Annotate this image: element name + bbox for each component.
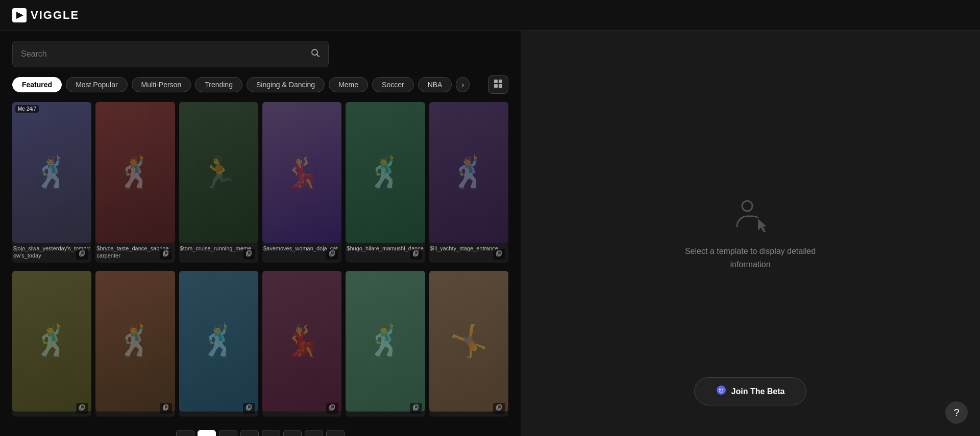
svg-rect-5: [499, 80, 502, 83]
video-card-12[interactable]: 🤸: [429, 271, 508, 417]
video-thumb-7: 🕺: [12, 271, 91, 412]
copy-icon-12: [493, 403, 505, 414]
video-card-5[interactable]: 🕺 $hugo_hilare_mamushi_dance: [346, 102, 425, 263]
video-thumb-8: 🕺: [95, 271, 175, 412]
figure-silhouette-12: 🤸: [450, 323, 488, 359]
svg-point-33: [717, 386, 726, 395]
figure-silhouette-6: 🕺: [450, 155, 488, 191]
video-card-7[interactable]: 🕺: [12, 271, 91, 417]
video-thumb-3: 🏃: [179, 102, 258, 243]
help-icon: ?: [953, 407, 959, 419]
copy-icon-9: [243, 403, 255, 414]
tab-trending[interactable]: Trending: [195, 77, 242, 92]
main-layout: Featured Most Popular Multi-Person Trend…: [0, 31, 980, 436]
copy-icon-8: [160, 403, 172, 414]
select-placeholder-icon: [730, 196, 771, 237]
svg-rect-25: [248, 405, 251, 409]
video-card-9[interactable]: 🕺: [179, 271, 258, 417]
grid-toggle-button[interactable]: [488, 75, 508, 94]
pagination-page-5[interactable]: 5: [283, 430, 302, 436]
discord-icon: [716, 385, 726, 398]
pagination-prev[interactable]: <: [176, 430, 194, 436]
copy-icon-10: [326, 403, 338, 414]
pagination-page-3[interactable]: 3: [240, 430, 259, 436]
video-thumb-4: 💃: [262, 102, 341, 243]
figure-silhouette-10: 💃: [283, 323, 321, 359]
tab-featured[interactable]: Featured: [12, 77, 62, 92]
svg-rect-21: [81, 405, 84, 409]
tab-nba[interactable]: NBA: [418, 77, 452, 92]
figure-silhouette-3: 🏃: [200, 155, 238, 191]
header: VIGGLE: [0, 0, 980, 31]
figure-silhouette-8: 🕺: [116, 323, 154, 359]
pagination-page-4[interactable]: 4: [262, 430, 280, 436]
video-card-4[interactable]: 💃 $avemoves_woman_doja_cat: [262, 102, 341, 263]
search-icon: [311, 48, 320, 60]
video-thumb-2: 🕺: [95, 102, 175, 243]
svg-rect-17: [414, 251, 418, 255]
video-card-11[interactable]: 🕺: [346, 271, 425, 417]
svg-rect-15: [331, 251, 334, 255]
left-panel: Featured Most Popular Multi-Person Trend…: [0, 31, 521, 436]
video-card-10[interactable]: 💃: [262, 271, 341, 417]
video-grid-row2: 🕺 🕺: [12, 271, 508, 417]
copy-icon-3: [243, 249, 255, 260]
join-beta-label: Join The Beta: [731, 387, 785, 396]
copy-icon-4: [326, 249, 338, 260]
figure-silhouette-2: 🕺: [116, 155, 154, 191]
pagination: < 1 2 3 4 5 6 >: [12, 425, 508, 436]
svg-rect-11: [164, 251, 168, 255]
pagination-page-6[interactable]: 6: [305, 430, 323, 436]
filter-tabs: Featured Most Popular Multi-Person Trend…: [12, 75, 508, 94]
figure-silhouette-7: 🕺: [33, 323, 71, 359]
search-wrapper: [12, 41, 329, 67]
svg-rect-27: [331, 405, 334, 409]
video-thumb-11: 🕺: [346, 271, 425, 412]
copy-icon-1: [76, 249, 88, 260]
figure-silhouette-11: 🕺: [366, 323, 404, 359]
svg-point-32: [742, 201, 752, 211]
right-panel: Select a template to display detailedinf…: [521, 31, 980, 436]
tab-soccer[interactable]: Soccer: [372, 77, 414, 92]
video-thumb-12: 🤸: [429, 271, 508, 412]
join-beta-button[interactable]: Join The Beta: [694, 377, 806, 405]
svg-rect-7: [499, 84, 502, 88]
tab-meme[interactable]: Meme: [329, 77, 368, 92]
pagination-page-2[interactable]: 2: [219, 430, 237, 436]
video-thumb-5: 🕺: [346, 102, 425, 243]
copy-icon-6: [493, 249, 505, 260]
copy-icon-2: [160, 249, 172, 260]
video-thumb-10: 💃: [262, 271, 341, 412]
tab-multi-person[interactable]: Multi-Person: [132, 77, 191, 92]
video-thumb-6: 🕺: [429, 102, 508, 243]
copy-icon-5: [410, 249, 422, 260]
video-thumb-9: 🕺: [179, 271, 258, 412]
copy-icon-7: [76, 403, 88, 414]
pagination-page-1[interactable]: 1: [198, 430, 216, 436]
video-card-1[interactable]: 🕺 Me 24/7 $jojo_siwa_yesterday's_tomorro…: [12, 102, 91, 263]
select-placeholder-text: Select a template to display detailedinf…: [685, 245, 816, 271]
help-button[interactable]: ?: [945, 401, 968, 424]
svg-rect-13: [248, 251, 251, 255]
video-card-2[interactable]: 🕺 $bryce_taste_dance_sabrina_carpenter: [95, 102, 175, 263]
tab-singing-dancing[interactable]: Singing & Dancing: [247, 77, 325, 92]
viggle-logo-icon: [12, 8, 27, 22]
logo: VIGGLE: [12, 8, 79, 22]
video-card-6[interactable]: 🕺 $lil_yachty_stage_entrance: [429, 102, 508, 263]
svg-line-3: [317, 54, 320, 57]
search-container: [12, 41, 508, 67]
video-card-8[interactable]: 🕺: [95, 271, 175, 417]
video-grid-row1: 🕺 Me 24/7 $jojo_siwa_yesterday's_tomorro…: [12, 102, 508, 263]
figure-silhouette-4: 💃: [283, 155, 321, 191]
video-card-3[interactable]: 🏃 $tom_cruise_running_meme: [179, 102, 258, 263]
pagination-next[interactable]: >: [326, 430, 345, 436]
select-placeholder: Select a template to display detailedinf…: [685, 196, 816, 271]
figure-silhouette-9: 🕺: [200, 323, 238, 359]
svg-rect-6: [494, 84, 498, 88]
copy-icon-11: [410, 403, 422, 414]
tab-most-popular[interactable]: Most Popular: [66, 77, 127, 92]
search-input[interactable]: [21, 49, 307, 59]
figure-silhouette-5: 🕺: [366, 155, 404, 191]
svg-rect-4: [494, 80, 498, 83]
tab-more[interactable]: ›: [456, 77, 470, 92]
